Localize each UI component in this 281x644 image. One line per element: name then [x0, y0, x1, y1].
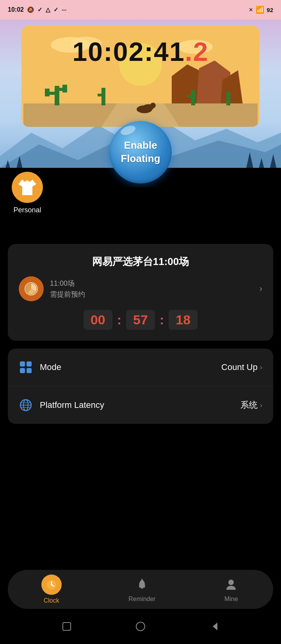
event-info-row: 先约 11:00场 需提前预约 ›: [19, 276, 262, 301]
time-display: 10:02: [8, 6, 24, 13]
status-bar: 10:02 🔕 ✓ △ ✓ ··· ✕ 📶 92: [0, 0, 281, 20]
dots-icon: ···: [62, 7, 67, 13]
wifi-icon: 📶: [256, 5, 264, 14]
nav-item-reminder[interactable]: Reminder: [128, 576, 155, 603]
status-time: 10:02 🔕 ✓ △ ✓ ···: [8, 6, 66, 13]
pie-chart-icon: 先约: [24, 282, 38, 296]
svg-rect-18: [49, 92, 57, 95]
system-nav-bar: [0, 609, 281, 644]
mode-left: Mode: [19, 360, 61, 374]
recent-apps-button[interactable]: [60, 619, 74, 633]
clock-icon: [45, 578, 58, 591]
back-nav-icon: [209, 621, 220, 632]
cards-area: 网易严选茅台11:00场 先约 11:00场 需提前预约: [8, 244, 273, 432]
svg-point-29: [150, 103, 156, 108]
floating-btn-text: Enable Floating: [121, 139, 160, 165]
latency-value: 系统 ›: [240, 399, 262, 411]
latency-row[interactable]: Platform Latency 系统 ›: [8, 386, 273, 424]
cloud-icon: △: [46, 6, 50, 13]
svg-rect-23: [98, 94, 105, 96]
reminder-nav-icon: [133, 576, 151, 593]
mode-icon: [19, 360, 33, 374]
clock-time-display: 10:02:41.2: [21, 36, 260, 67]
check-icon: ✓: [37, 6, 43, 13]
countdown-seconds: 18: [169, 310, 197, 330]
person-icon: [224, 578, 238, 591]
bottom-nav: Clock Reminder Mine: [8, 570, 273, 609]
check2-icon: ✓: [53, 6, 59, 13]
mine-nav-label: Mine: [224, 596, 238, 603]
svg-marker-30: [18, 180, 36, 195]
circle-nav-icon: [135, 621, 146, 632]
clock-nav-label: Clock: [44, 597, 59, 604]
svg-point-46: [51, 584, 52, 585]
svg-rect-50: [63, 623, 71, 630]
svg-marker-52: [213, 623, 217, 630]
event-icon-text: 先约 11:00场 需提前预约: [19, 276, 85, 301]
hero-area: 10:02:41.2 Enable Floating: [0, 20, 281, 187]
mine-nav-icon: [222, 576, 240, 593]
svg-rect-36: [27, 368, 32, 373]
latency-value-text: 系统: [240, 399, 258, 411]
enable-floating-button[interactable]: Enable Floating: [109, 121, 172, 183]
personal-section[interactable]: Personal: [12, 172, 43, 214]
svg-rect-35: [20, 368, 25, 373]
home-button[interactable]: [133, 619, 148, 633]
svg-rect-34: [27, 361, 32, 366]
countdown-sep2: :: [160, 312, 164, 327]
mode-label: Mode: [40, 362, 61, 372]
personal-avatar: [12, 172, 43, 203]
svg-point-49: [228, 580, 234, 585]
svg-rect-19: [45, 89, 50, 96]
svg-rect-26: [226, 92, 230, 105]
settings-card: Mode Count Up › P: [8, 349, 273, 424]
bell-icon: [135, 578, 149, 591]
svg-rect-33: [20, 361, 25, 366]
mode-value: Count Up ›: [221, 362, 262, 372]
personal-label: Personal: [13, 206, 41, 214]
svg-point-51: [136, 622, 145, 631]
globe-icon: [20, 399, 32, 411]
latency-icon: [19, 398, 33, 412]
notify-icon: 🔕: [27, 6, 34, 13]
countdown-minutes: 57: [126, 310, 155, 330]
clock-decimal: .2: [185, 37, 209, 66]
nav-item-clock[interactable]: Clock: [41, 575, 62, 604]
reminder-nav-label: Reminder: [128, 596, 155, 603]
latency-label: Platform Latency: [40, 400, 104, 410]
svg-rect-25: [187, 95, 195, 98]
svg-text:先约: 先约: [29, 292, 34, 294]
svg-rect-22: [101, 88, 105, 105]
mode-row[interactable]: Mode Count Up ›: [8, 349, 273, 386]
latency-chevron-icon: ›: [260, 401, 262, 409]
event-meta: 11:00场 需提前预约: [50, 279, 85, 299]
mode-value-text: Count Up: [221, 362, 258, 372]
event-chevron-icon[interactable]: ›: [260, 284, 262, 294]
grid-icon: [20, 361, 32, 374]
clock-main-time: 10:02:41: [73, 37, 185, 66]
floating-line2: Floating: [121, 153, 160, 164]
clock-nav-icon: [41, 575, 62, 595]
nav-item-mine[interactable]: Mine: [222, 576, 240, 603]
status-right-icons: ✕ 📶 92: [249, 5, 273, 14]
svg-rect-47: [141, 587, 143, 589]
latency-left: Platform Latency: [19, 398, 104, 412]
event-card: 网易严选茅台11:00场 先约 11:00场 需提前预约: [8, 244, 273, 341]
svg-rect-21: [62, 85, 67, 93]
square-nav-icon: [61, 621, 72, 632]
countdown-row: 00 : 57 : 18: [19, 310, 262, 330]
battery-display: 92: [267, 7, 273, 13]
event-title: 网易严选茅台11:00场: [19, 255, 262, 269]
back-button[interactable]: [207, 619, 221, 633]
clock-card: 10:02:41.2: [21, 25, 260, 127]
shirt-icon: [18, 180, 36, 195]
mode-chevron-icon: ›: [260, 363, 262, 372]
countdown-sep1: :: [117, 312, 121, 327]
event-note: 需提前预约: [50, 290, 85, 299]
floating-line1: Enable: [124, 139, 157, 151]
sim-icon: ✕: [249, 7, 253, 13]
countdown-hours: 00: [84, 310, 112, 330]
event-icon: 先约: [19, 276, 44, 301]
event-time-label: 11:00场: [50, 279, 85, 288]
